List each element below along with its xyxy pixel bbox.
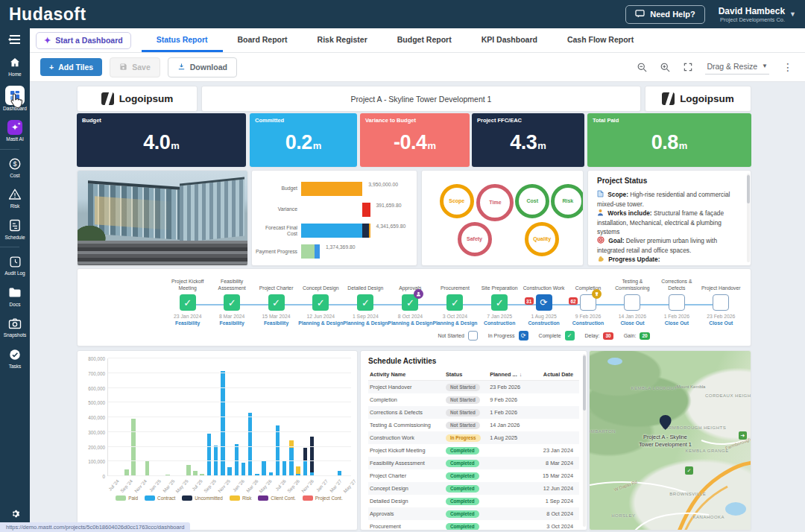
column-planned[interactable]: Planned ...↓: [490, 371, 531, 378]
table-row[interactable]: Construction WorkIn Progress1 Aug 2025: [368, 431, 579, 444]
health-circle-scope[interactable]: Scope: [440, 184, 474, 218]
milestone-completion[interactable]: Completion629 Feb 2026Construction: [566, 276, 610, 326]
gridline: [108, 373, 351, 373]
zoom-in-icon[interactable]: [660, 62, 671, 73]
health-circle-safety[interactable]: Safety: [458, 222, 492, 256]
budget-chart-bar: 1,374,369.80: [301, 244, 411, 259]
add-tiles-button[interactable]: + Add Tiles: [40, 58, 102, 76]
health-circle-time[interactable]: Time: [476, 184, 514, 221]
sidebar-item-risk[interactable]: Risk: [0, 183, 30, 214]
project-status-title: Project Status: [597, 177, 742, 185]
column-actual-date[interactable]: Actual Date: [531, 371, 578, 378]
sidebar-collapse-button[interactable]: [7, 33, 23, 46]
table-row[interactable]: ProcurementCompleted3 Oct 2024: [368, 520, 579, 531]
sidebar-item-snapshots[interactable]: Snapshots: [0, 311, 30, 343]
tab-kpi-dashboard[interactable]: KPI Dashboard: [467, 28, 552, 52]
table-row[interactable]: Corrections & DefectsNot Started1 Feb 20…: [368, 406, 579, 419]
start-dashboard-label: Start a Dashboard: [55, 36, 122, 45]
scrollbar[interactable]: [583, 354, 586, 527]
sidebar-item-label: Mastt AI: [6, 137, 23, 142]
table-row[interactable]: Testing & CommissioningNot Started14 Jan…: [368, 419, 579, 431]
tab-cash-flow-report[interactable]: Cash Flow Report: [552, 28, 648, 52]
health-circle-risk[interactable]: Risk: [551, 184, 584, 218]
table-row[interactable]: CompletionNot Started9 Feb 2026: [368, 393, 579, 406]
health-circle-cost[interactable]: Cost: [515, 184, 549, 218]
milestone-icon-wrap: 31⟳: [536, 294, 552, 311]
milestone-concept-design[interactable]: Concept Design✓12 Jun 2024Planning & Des…: [298, 276, 343, 326]
fullscreen-icon[interactable]: [683, 62, 693, 72]
kpi-card-budget[interactable]: Budget4.0m: [77, 113, 246, 167]
sidebar-item-mastt-ai[interactable]: ✦✦Mastt AI: [0, 115, 30, 147]
sidebar-item-home[interactable]: Home: [0, 51, 30, 82]
table-row[interactable]: Project HandoverNot Started23 Feb 2026: [368, 381, 579, 393]
kpi-unit: m: [537, 140, 546, 151]
logo-tile-right[interactable]: Logoipsum: [645, 86, 751, 112]
sidebar-item-docs[interactable]: Docs: [0, 281, 30, 312]
milestone-date: 3 Oct 2024: [443, 314, 467, 319]
table-row[interactable]: Project Kickoff MeetingCompleted23 Jan 2…: [368, 444, 579, 457]
sidebar-item-audit-log[interactable]: Audit Log: [0, 250, 30, 281]
column-activity-name[interactable]: Activity Name: [370, 371, 446, 378]
milestone-site-preparation[interactable]: Site Preparation✓7 Jan 2025Construction: [477, 276, 521, 326]
map-pin-icon[interactable]: [660, 415, 672, 430]
tab-board-report[interactable]: Board Report: [223, 28, 303, 52]
milestone-corrections-defects[interactable]: Corrections & Defects1 Feb 2026Close Out: [654, 276, 698, 326]
budget-summary-chart-tile[interactable]: Budget3,950,000.00Variance391,659.80Fore…: [251, 170, 417, 266]
cell-status: Not Started: [446, 409, 490, 417]
sidebar-item-schedule[interactable]: Schedule: [0, 214, 30, 245]
save-button[interactable]: Save: [110, 57, 160, 77]
sort-descending-icon[interactable]: ↓: [520, 372, 523, 377]
table-row[interactable]: Concept DesignCompleted12 Jun 2024: [368, 482, 579, 495]
sidebar-item-dashboard[interactable]: Dashboard: [0, 82, 30, 116]
column-status[interactable]: Status: [446, 371, 490, 378]
project-photo-tile[interactable]: [77, 170, 248, 266]
more-options-icon[interactable]: ⋮: [781, 61, 795, 73]
drag-resize-dropdown[interactable]: Drag & Resize ▼: [705, 60, 769, 75]
milestone-detailed-design[interactable]: Detailed Design✓1 Sep 2024Planning & Des…: [343, 276, 388, 326]
cashflow-segment-contract: [282, 460, 287, 476]
health-indicators-tile[interactable]: ScopeTimeCostRiskSafetyQuality: [421, 170, 584, 266]
legend-not-started: Not Started: [438, 331, 477, 341]
table-row[interactable]: ApprovalsCompleted8 Oct 2024: [368, 507, 579, 520]
milestone-timeline-tile[interactable]: Project Kickoff Meeting✓23 Jan 2024Feasi…: [77, 268, 751, 346]
start-dashboard-button[interactable]: ✦ Start a Dashboard: [36, 32, 131, 49]
milestone-project-kickoff-meeting[interactable]: Project Kickoff Meeting✓23 Jan 2024Feasi…: [165, 276, 209, 326]
milestone-approvals[interactable]: Approvals✓8 Oct 2024Planning & Design: [388, 276, 432, 326]
download-icon: [177, 63, 186, 72]
logo-tile-left[interactable]: Logoipsum: [77, 86, 198, 112]
project-location-map[interactable]: ✓ ➜ KEMBLA LOOKOUTMount KemblaCORDEAUX H…: [590, 351, 751, 530]
tab-risk-register[interactable]: Risk Register: [303, 28, 382, 52]
map-tile[interactable]: ✓ ➜ KEMBLA LOOKOUTMount KemblaCORDEAUX H…: [589, 350, 751, 531]
user-menu[interactable]: David Hambeck Project Developments Co. ▼: [719, 6, 796, 23]
sidebar-item-tasks[interactable]: Tasks: [0, 343, 30, 374]
kpi-card-variance-to-budget[interactable]: Variance to Budget-0.4m: [360, 113, 470, 167]
kpi-card-total-paid[interactable]: Total Paid0.8m: [587, 113, 751, 167]
need-help-button[interactable]: Need Help?: [625, 5, 705, 24]
milestone-construction-work[interactable]: Construction Work31⟳1 Aug 2025Constructi…: [522, 276, 566, 326]
tab-budget-report[interactable]: Budget Report: [382, 28, 467, 52]
kpi-card-project-ffc-eac[interactable]: Project FFC/EAC4.3m: [472, 113, 584, 167]
cashflow-chart-tile[interactable]: 800,000700,000600,000500,000400,000300,0…: [77, 350, 358, 531]
tab-status-report[interactable]: Status Report: [142, 28, 223, 52]
milestone-procurement[interactable]: Procurement✓3 Oct 2024Planning & Design: [432, 276, 477, 326]
milestone-project-handover[interactable]: Project Handover23 Feb 2026Close Out: [699, 276, 743, 326]
zoom-out-icon[interactable]: [637, 62, 648, 73]
milestone-feasibility-assessment[interactable]: Feasibility Assessment✓8 Mar 2024Feasibi…: [209, 276, 253, 326]
cell-activity-name: Completion: [370, 396, 446, 403]
milestone-project-charter[interactable]: Project Charter✓15 Mar 2024Feasibility: [254, 276, 298, 326]
kpi-number: 0.8: [651, 131, 678, 154]
download-button[interactable]: Download: [168, 57, 237, 77]
project-title-tile[interactable]: Project A - Skyline Tower Development 1: [201, 86, 641, 112]
schedule-activities-tile[interactable]: Schedule Activities Activity Name Status…: [360, 350, 587, 531]
sidebar-item-cost[interactable]: $Cost: [0, 152, 30, 183]
kpi-card-committed[interactable]: Committed0.2m: [250, 113, 357, 167]
cell-status: Not Started: [446, 396, 490, 404]
table-row[interactable]: Feasibility AssessmentCompleted8 Mar 202…: [368, 457, 579, 469]
table-row[interactable]: Project CharterCompleted15 Mar 2024: [368, 469, 579, 482]
project-status-tile[interactable]: Project Status Scope: High-rise resident…: [587, 170, 751, 266]
health-circle-quality[interactable]: Quality: [525, 222, 559, 256]
milestone-testing-commissioning[interactable]: Testing & Commissioning14 Jan 2026Close …: [610, 276, 654, 326]
settings-gear-icon[interactable]: [9, 507, 22, 523]
table-row[interactable]: Detailed DesignCompleted1 Sep 2024: [368, 495, 579, 507]
scrollbar[interactable]: [747, 174, 750, 262]
